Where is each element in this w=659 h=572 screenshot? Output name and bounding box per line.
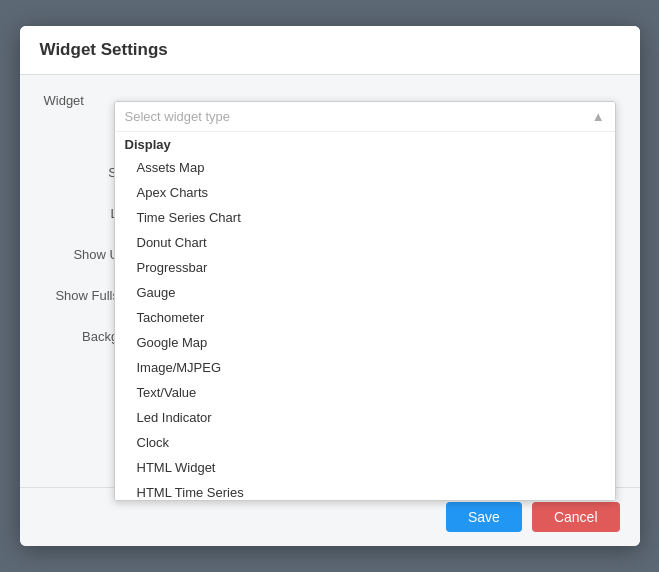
dropdown-item-text-value[interactable]: Text/Value [115, 380, 615, 405]
widget-row: Widget Select widget type ▲ Display Asse… [44, 93, 616, 108]
widget-label: Widget [44, 93, 114, 108]
dropdown-item-assets-map[interactable]: Assets Map [115, 155, 615, 180]
modal-overlay: Widget Settings Widget Select widget typ… [0, 0, 659, 572]
save-button[interactable]: Save [446, 502, 522, 532]
group-display: Display [115, 132, 615, 155]
dropdown-placeholder: Select widget type ▲ [115, 102, 615, 132]
modal-body: Widget Select widget type ▲ Display Asse… [20, 75, 640, 487]
dropdown-item-progressbar[interactable]: Progressbar [115, 255, 615, 280]
dropdown-item-html-time-series[interactable]: HTML Time Series [115, 480, 615, 501]
dropdown-item-clock[interactable]: Clock [115, 430, 615, 455]
dropdown-item-tachometer[interactable]: Tachometer [115, 305, 615, 330]
dropdown-item-google-map[interactable]: Google Map [115, 330, 615, 355]
dropdown-item-apex-charts[interactable]: Apex Charts [115, 180, 615, 205]
dropdown-item-time-series-chart[interactable]: Time Series Chart [115, 205, 615, 230]
widget-settings-modal: Widget Settings Widget Select widget typ… [20, 26, 640, 546]
dropdown-item-gauge[interactable]: Gauge [115, 280, 615, 305]
dropdown-item-led-indicator[interactable]: Led Indicator [115, 405, 615, 430]
dropdown-chevron-up-icon: ▲ [592, 109, 605, 124]
dropdown-item-image-mjpeg[interactable]: Image/MJPEG [115, 355, 615, 380]
dropdown-open-list[interactable]: Select widget type ▲ Display Assets Map … [114, 101, 616, 501]
dropdown-item-html-widget[interactable]: HTML Widget [115, 455, 615, 480]
modal-title: Widget Settings [20, 26, 640, 75]
cancel-button[interactable]: Cancel [532, 502, 620, 532]
dropdown-item-donut-chart[interactable]: Donut Chart [115, 230, 615, 255]
